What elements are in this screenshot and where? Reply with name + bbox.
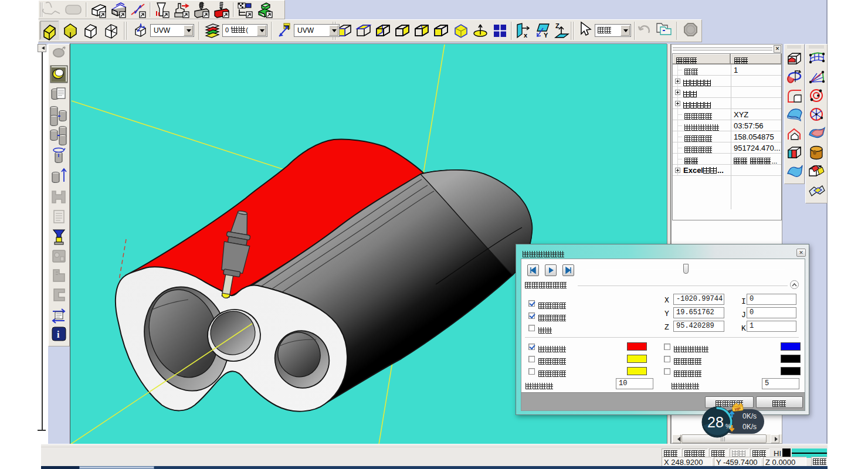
svg-text:Z: Z	[555, 22, 560, 29]
svg-text:VIP: VIP	[734, 406, 741, 411]
svg-text:x: x	[524, 32, 528, 39]
svg-text:28: 28	[707, 414, 724, 430]
svg-text:0K/s: 0K/s	[742, 423, 757, 431]
svg-text:Y: Y	[544, 32, 548, 39]
svg-text:i: i	[57, 329, 60, 339]
svg-text:0K/s: 0K/s	[742, 412, 757, 420]
